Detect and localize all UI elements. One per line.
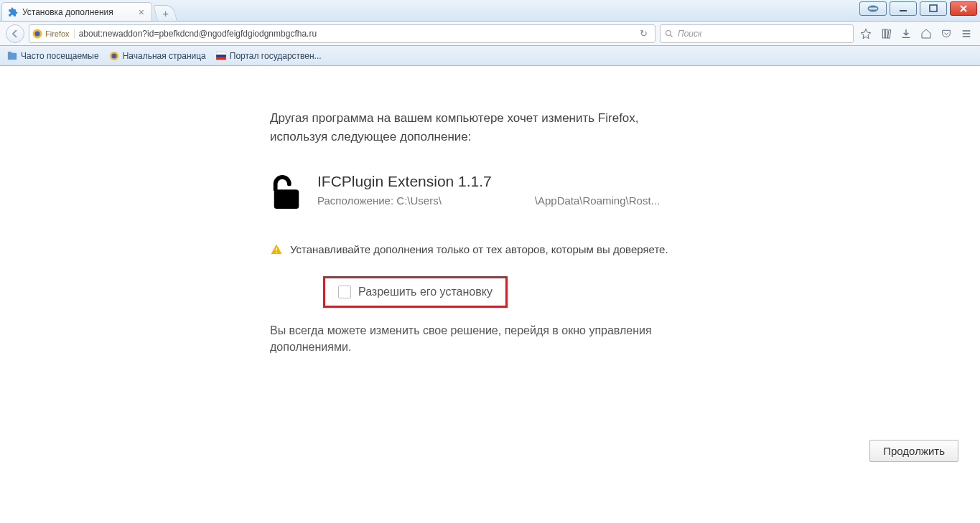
firefox-small-icon [109,51,119,61]
allow-label: Разрешить его установку [358,286,493,298]
svg-rect-11 [8,51,11,53]
browser-tab-active[interactable]: Установка дополнения × [1,2,152,21]
unlock-icon [270,173,303,215]
bookmark-label: Часто посещаемые [21,51,99,61]
svg-rect-2 [930,5,937,11]
svg-rect-20 [276,252,277,253]
svg-rect-7 [882,29,885,38]
plugin-location: Расположение: C:\Users\\AppData\Roaming\… [317,194,660,207]
continue-button[interactable]: Продолжить [869,440,958,462]
identity-label: Firefox [45,29,70,38]
bookmark-gov-portal[interactable]: Портал государствен... [216,51,322,61]
pocket-button[interactable] [938,26,954,42]
downloads-button[interactable] [898,26,914,42]
svg-point-13 [111,53,116,58]
bookmark-label: Начальная страница [123,51,206,61]
navigation-toolbar: Firefox about:newaddon?id=pbefkdcnd@ngod… [0,22,980,46]
bookmarks-list-button[interactable] [878,26,894,42]
window-minimize-button[interactable] [890,1,917,16]
svg-rect-19 [276,248,277,251]
window-maximize-button[interactable] [920,1,947,16]
home-button[interactable] [918,26,934,42]
svg-rect-18 [274,189,299,209]
svg-rect-14 [216,52,226,55]
tab-close-button[interactable]: × [137,7,146,17]
window-titlebar: Установка дополнения × + [0,0,980,22]
warning-row: Устанавливайте дополнения только от тех … [270,242,715,260]
window-close-button[interactable] [950,1,977,16]
bookmarks-toolbar: Часто посещаемые Начальная страница Порт… [0,46,980,66]
svg-rect-1 [900,10,907,11]
allow-install-checkbox[interactable]: Разрешить его установку [323,276,508,308]
note-text: Вы всегда можете изменить свое решение, … [270,322,715,355]
svg-rect-15 [216,55,226,57]
plugin-name: IFCPlugin Extension 1.1.7 [317,173,660,190]
tab-title: Установка дополнения [22,7,113,17]
bookmark-star-button[interactable] [858,26,874,42]
firefox-menu-button[interactable] [859,1,887,16]
bookmark-most-visited[interactable]: Часто посещаемые [7,51,99,61]
site-identity[interactable]: Firefox [32,29,75,39]
hamburger-menu-button[interactable] [958,26,974,42]
search-icon [665,29,673,38]
bookmark-start-page[interactable]: Начальная страница [109,51,206,61]
search-box[interactable]: Поиск [660,24,854,43]
puzzle-icon [8,7,18,17]
lead-text: Другая программа на вашем компьютере хоч… [270,109,715,146]
new-tab-button[interactable]: + [153,5,177,21]
svg-rect-8 [885,29,887,38]
svg-rect-10 [8,52,17,60]
window-controls [859,1,977,16]
reload-button[interactable]: ↻ [635,28,652,39]
svg-rect-16 [216,57,226,60]
svg-point-5 [666,30,671,35]
svg-rect-0 [869,8,877,10]
url-text: about:newaddon?id=pbefkdcnd@ngodfeigfdgi… [79,29,631,39]
svg-rect-9 [888,29,891,38]
checkbox-icon [338,286,351,298]
plugin-info: IFCPlugin Extension 1.1.7 Расположение: … [270,173,715,215]
search-placeholder: Поиск [678,29,702,39]
bookmark-label: Портал государствен... [230,51,322,61]
page-content: Другая программа на вашем компьютере хоч… [0,66,980,523]
back-button[interactable] [6,24,24,43]
svg-point-4 [35,31,40,36]
svg-line-6 [671,34,673,37]
folder-icon [7,51,17,61]
warning-icon [270,243,283,260]
russia-flag-icon [216,51,226,61]
address-bar[interactable]: Firefox about:newaddon?id=pbefkdcnd@ngod… [29,24,655,43]
warning-text: Устанавливайте дополнения только от тех … [290,242,668,260]
firefox-icon [32,29,42,39]
